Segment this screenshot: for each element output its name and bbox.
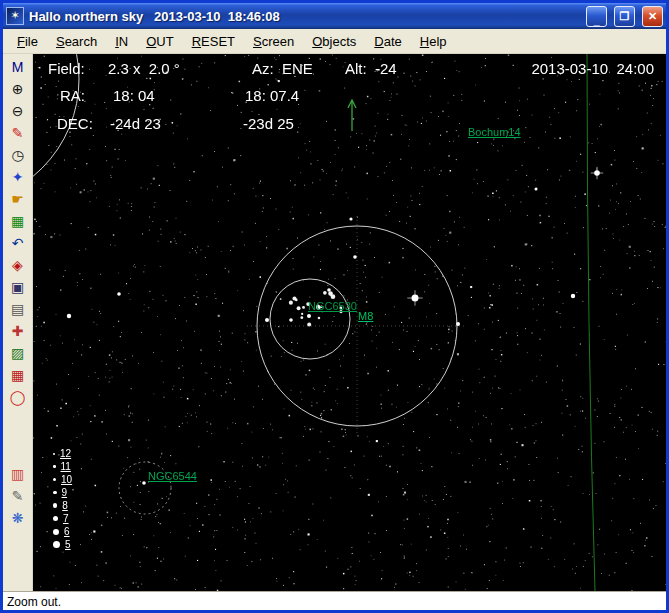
pencil-icon[interactable]: ✎ <box>6 122 30 144</box>
magnitude-dot <box>53 529 59 535</box>
calc-icon[interactable]: ▦ <box>6 364 30 386</box>
zoom-out-icon[interactable]: ⊖ <box>6 100 30 122</box>
app-icon: ✶ <box>6 7 24 25</box>
magnitude-dot <box>53 491 57 495</box>
legend-row: 12 <box>53 448 72 459</box>
app-window: ✶ Hallo northern sky 2013-03-10 18:46:08… <box>0 0 669 613</box>
magnitude-number: 5 <box>65 539 71 550</box>
magnitude-dot <box>53 541 60 548</box>
book-icon[interactable]: ◈ <box>6 254 30 276</box>
save-icon[interactable]: ▣ <box>6 276 30 298</box>
toolbar-main-group: M⊕⊖✎◷✦☛▦↶◈▣▤✚▨▦◯ <box>6 56 30 408</box>
sky-area[interactable]: Field: 2.3 x 2.0 ° Az: ENE Alt: -24 2013… <box>33 54 666 591</box>
menu-item-reset[interactable]: RESET <box>184 31 243 52</box>
toolbar-lower-group: ▥✎❋ <box>6 463 30 529</box>
magnitude-number: 8 <box>62 500 68 511</box>
close-glyph: ✕ <box>648 10 657 23</box>
magnitude-number: 7 <box>63 513 69 524</box>
maximize-button[interactable]: ❐ <box>614 6 635 27</box>
legend-row: 5 <box>53 539 72 550</box>
menu-item-objects[interactable]: Objects <box>304 31 364 52</box>
status-text: Zoom out. <box>7 595 61 609</box>
sky-object-label-bochum14[interactable]: Bochum14 <box>468 126 521 138</box>
window-title: Hallo northern sky 2013-03-10 18:46:08 <box>29 9 579 24</box>
legend-row: 8 <box>53 500 72 511</box>
mount-icon[interactable]: M <box>6 56 30 78</box>
toolbar: M⊕⊖✎◷✦☛▦↶◈▣▤✚▨▦◯ ▥✎❋ <box>3 54 33 591</box>
minimize-button[interactable]: _ <box>586 6 607 27</box>
zoom-in-icon[interactable]: ⊕ <box>6 78 30 100</box>
legend-row: 10 <box>53 474 72 485</box>
menu-item-screen[interactable]: Screen <box>245 31 302 52</box>
clock-icon[interactable]: ◷ <box>6 144 30 166</box>
maximize-glyph: ❐ <box>620 10 630 23</box>
minimize-glyph: _ <box>593 14 599 26</box>
sky-object-label-m8[interactable]: M8 <box>358 310 373 322</box>
magnitude-number: 9 <box>62 487 68 498</box>
menu-item-help[interactable]: Help <box>412 31 455 52</box>
sky-canvas[interactable] <box>33 54 666 591</box>
title-bar[interactable]: ✶ Hallo northern sky 2013-03-10 18:46:08… <box>3 3 666 29</box>
menu-item-search[interactable]: Search <box>48 31 105 52</box>
undo-icon[interactable]: ↶ <box>6 232 30 254</box>
status-bar: Zoom out. <box>3 591 666 612</box>
magnitude-dot <box>53 503 57 507</box>
magnitude-legend: 12111098765 <box>53 448 72 550</box>
close-button[interactable]: ✕ <box>642 6 663 27</box>
legend-row: 9 <box>53 487 72 498</box>
pen-icon[interactable]: ✎ <box>6 485 30 507</box>
legend-row: 6 <box>53 526 72 537</box>
grid-icon[interactable]: ▦ <box>6 210 30 232</box>
legend-row: 11 <box>53 461 72 472</box>
legend-row: 7 <box>53 513 72 524</box>
east-cardinal-label: E <box>52 306 61 321</box>
flower-icon[interactable]: ❋ <box>6 507 30 529</box>
hand-icon[interactable]: ☛ <box>6 188 30 210</box>
tools-icon[interactable]: ✚ <box>6 320 30 342</box>
menu-item-date[interactable]: Date <box>366 31 409 52</box>
menu-item-out[interactable]: OUT <box>138 31 181 52</box>
red-grid-icon[interactable]: ▥ <box>6 463 30 485</box>
sky-object-label-ngc6530[interactable]: NGC6530 <box>308 300 357 312</box>
magnitude-dot <box>53 516 58 521</box>
magnitude-number: 11 <box>61 461 71 472</box>
magnitude-number: 10 <box>61 474 72 485</box>
figure-icon[interactable]: ✦ <box>6 166 30 188</box>
magnitude-dot <box>53 465 56 468</box>
magnitude-dot <box>53 453 55 455</box>
sky-object-label-ngc6544[interactable]: NGC6544 <box>148 470 197 482</box>
menu-item-file[interactable]: File <box>9 31 46 52</box>
ring-icon[interactable]: ◯ <box>6 386 30 408</box>
magnitude-number: 12 <box>60 448 71 459</box>
menu-bar: FileSearchINOUTRESETScreenObjectsDateHel… <box>3 29 666 54</box>
print-icon[interactable]: ▤ <box>6 298 30 320</box>
magnitude-dot <box>53 478 56 481</box>
west-cardinal-label: W <box>643 312 655 327</box>
magnitude-number: 6 <box>64 526 70 537</box>
image-icon[interactable]: ▨ <box>6 342 30 364</box>
menu-item-in[interactable]: IN <box>107 31 136 52</box>
